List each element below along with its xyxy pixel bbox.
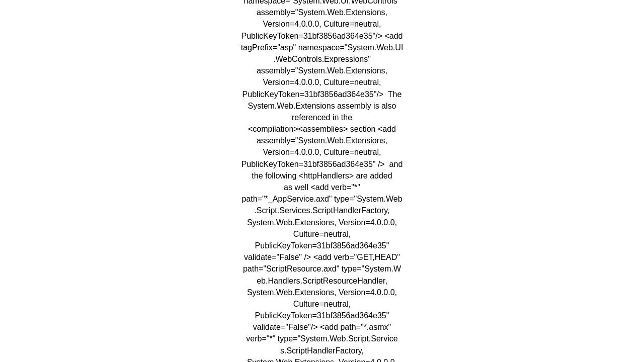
content-area: namespace="System.Web.UI.WebControls" as…: [0, 0, 644, 362]
code-text: namespace="System.Web.UI.WebControls" as…: [241, 0, 404, 362]
text-block: namespace="System.Web.UI.WebControls" as…: [241, 0, 404, 362]
